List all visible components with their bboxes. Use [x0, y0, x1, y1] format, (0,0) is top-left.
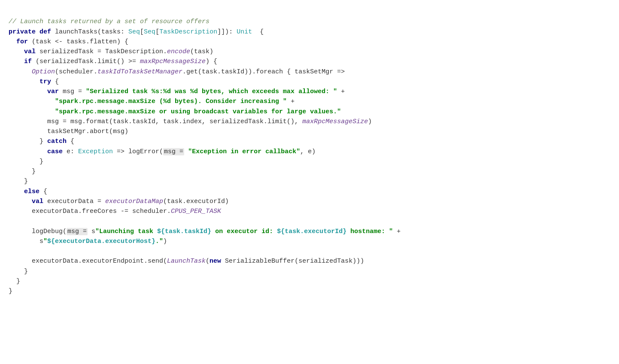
string-3: "spark.rpc.message.maxSize or using broa… — [55, 108, 341, 115]
method-option: Option — [32, 68, 55, 76]
keyword-val2: val — [32, 198, 43, 205]
var-maxrpc2: maxRpcMessageSize — [302, 118, 368, 125]
keyword-catch: catch — [47, 138, 67, 145]
method-launchtask: LaunchTask — [167, 258, 206, 265]
var-maxrpc: maxRpcMessageSize — [140, 58, 206, 65]
string-launch3: hostname: " — [346, 228, 393, 235]
string-launch1: "Launching task — [95, 228, 157, 235]
method-format: format — [86, 118, 109, 125]
keyword-var: var — [47, 88, 59, 95]
code-viewer: // Launch tasks returned by a set of res… — [9, 7, 610, 296]
type-exception: Exception — [78, 148, 113, 155]
keyword-private: private — [9, 28, 36, 36]
string-exception: "Exception in error callback" — [188, 148, 300, 155]
named-arg-msg2: msg = — [67, 228, 88, 235]
type-seq2: Seq — [144, 28, 155, 36]
string-2: "spark.rpc.message.maxSize (%d bytes). C… — [55, 98, 287, 105]
type-unit: Unit — [237, 28, 252, 36]
keyword-def: def — [39, 28, 51, 36]
string-launch5: ." — [155, 238, 163, 245]
keyword-case: case — [47, 148, 63, 155]
keyword-for: for — [16, 38, 28, 46]
var-cpus: CPUS_PER_TASK — [171, 208, 221, 215]
keyword-else: else — [24, 188, 39, 195]
keyword-new: new — [209, 258, 221, 265]
type-seq1: Seq — [128, 28, 140, 36]
string-1: "Serialized task %s:%d was %d bytes, whi… — [86, 88, 337, 95]
keyword-try: try — [39, 78, 51, 85]
method-taskidmgr: taskIdToTaskSetManager — [97, 68, 182, 76]
interp-execid: ${task.executorId} — [277, 228, 346, 235]
var-execdata: executorDataMap — [105, 198, 163, 205]
keyword-if: if — [24, 58, 32, 65]
string-launch4: " — [43, 238, 47, 245]
interp-exechost: ${executorData.executorHost} — [47, 238, 155, 245]
named-arg-msg: msg = — [163, 148, 184, 155]
keyword-val1: val — [24, 48, 36, 55]
type-taskdesc: TaskDescription — [159, 28, 217, 36]
method-encode: encode — [167, 48, 190, 55]
interp-taskid: ${task.taskId} — [157, 228, 211, 235]
string-launch2: on executor id: — [211, 228, 277, 235]
comment-line: // Launch tasks returned by a set of res… — [9, 18, 209, 25]
